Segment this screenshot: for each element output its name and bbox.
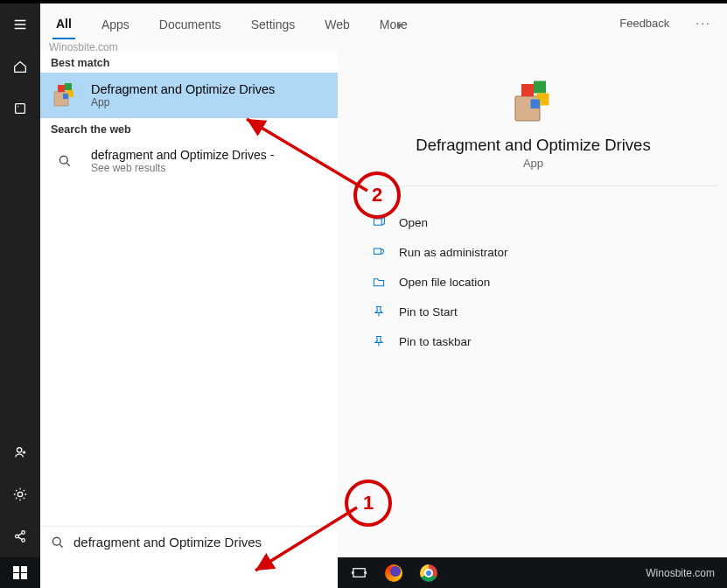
tab-documents[interactable]: Documents bbox=[156, 7, 225, 38]
start-button[interactable] bbox=[0, 557, 40, 588]
svg-rect-0 bbox=[16, 104, 25, 114]
pin-start-icon bbox=[371, 304, 387, 319]
search-panel: All Apps Documents Settings Web More ▼ F… bbox=[40, 4, 727, 557]
svg-point-12 bbox=[59, 156, 67, 164]
action-label: Run as administrator bbox=[399, 246, 508, 259]
svg-point-6 bbox=[22, 539, 25, 542]
svg-rect-8 bbox=[58, 85, 65, 92]
svg-rect-19 bbox=[374, 248, 381, 254]
action-list: Open Run as administrator Open file loca… bbox=[348, 204, 718, 360]
web-result-sub: See web results bbox=[91, 162, 274, 174]
detail-title: Defragment and Optimize Drives bbox=[348, 136, 718, 155]
taskbar: Winosbite.com bbox=[0, 557, 727, 588]
svg-rect-11 bbox=[63, 94, 68, 99]
svg-point-20 bbox=[52, 537, 60, 545]
results-list: Best match Defragment and Optimize Drive… bbox=[40, 52, 338, 557]
detail-sub: App bbox=[348, 157, 718, 170]
start-left-rail bbox=[0, 4, 40, 557]
web-result-title: defragment and Optimize Drives - bbox=[91, 148, 274, 162]
task-view-icon[interactable] bbox=[346, 561, 371, 585]
web-result-item[interactable]: defragment and Optimize Drives - See web… bbox=[40, 139, 338, 183]
search-icon bbox=[51, 536, 65, 550]
best-match-sub: App bbox=[91, 96, 275, 108]
recent-icon[interactable] bbox=[0, 88, 40, 130]
settings-gear-icon[interactable] bbox=[0, 473, 40, 515]
folder-icon bbox=[371, 274, 387, 290]
windows-logo-icon bbox=[13, 566, 27, 580]
tab-settings[interactable]: Settings bbox=[248, 7, 299, 38]
account-icon[interactable] bbox=[0, 431, 40, 473]
tab-apps[interactable]: Apps bbox=[98, 7, 133, 38]
action-open-location[interactable]: Open file location bbox=[360, 267, 706, 297]
search-icon bbox=[51, 154, 79, 168]
taskbar-brand: Winosbite.com bbox=[646, 567, 727, 579]
firefox-icon[interactable] bbox=[381, 561, 406, 585]
feedback-link[interactable]: Feedback bbox=[619, 17, 669, 30]
pin-taskbar-icon bbox=[371, 333, 387, 349]
svg-rect-17 bbox=[530, 100, 540, 109]
tab-all[interactable]: All bbox=[52, 6, 75, 39]
filter-tabs: All Apps Documents Settings Web More ▼ F… bbox=[40, 4, 727, 42]
tab-more[interactable]: More ▼ bbox=[376, 7, 411, 38]
more-options-icon[interactable]: ··· bbox=[692, 16, 715, 30]
open-icon bbox=[371, 214, 387, 230]
svg-rect-18 bbox=[374, 219, 381, 225]
best-match-item[interactable]: Defragment and Optimize Drives App bbox=[40, 73, 338, 118]
watermark: Winosbite.com bbox=[49, 41, 118, 53]
action-pin-taskbar[interactable]: Pin to taskbar bbox=[360, 326, 706, 356]
action-label: Pin to Start bbox=[399, 305, 458, 318]
svg-point-3 bbox=[17, 492, 22, 496]
chrome-icon[interactable] bbox=[416, 561, 441, 585]
action-label: Pin to taskbar bbox=[399, 335, 472, 348]
action-run-admin[interactable]: Run as administrator bbox=[360, 237, 706, 267]
defragment-app-icon bbox=[51, 81, 79, 109]
tab-web[interactable]: Web bbox=[321, 7, 353, 38]
svg-point-4 bbox=[16, 535, 19, 538]
svg-point-2 bbox=[17, 448, 21, 452]
svg-point-1 bbox=[17, 106, 18, 107]
action-label: Open bbox=[399, 216, 428, 229]
chevron-right-icon: 〉 bbox=[314, 153, 325, 169]
chevron-down-icon: ▼ bbox=[395, 21, 404, 31]
svg-rect-21 bbox=[353, 569, 364, 578]
action-open[interactable]: Open bbox=[360, 207, 706, 237]
share-icon[interactable] bbox=[0, 515, 40, 557]
svg-point-5 bbox=[22, 531, 25, 535]
search-input[interactable] bbox=[73, 535, 327, 550]
best-match-label: Best match bbox=[40, 52, 338, 73]
action-label: Open file location bbox=[399, 276, 490, 289]
home-icon[interactable] bbox=[0, 46, 40, 88]
defragment-app-icon-large bbox=[509, 78, 558, 127]
search-bar[interactable] bbox=[40, 526, 338, 557]
svg-rect-15 bbox=[534, 81, 546, 94]
action-pin-start[interactable]: Pin to Start bbox=[360, 297, 706, 326]
best-match-title: Defragment and Optimize Drives bbox=[91, 82, 275, 96]
shield-icon bbox=[371, 244, 387, 260]
detail-pane: Defragment and Optimize Drives App Open … bbox=[338, 52, 727, 557]
divider bbox=[348, 186, 718, 186]
svg-rect-14 bbox=[521, 84, 534, 96]
search-web-label: Search the web bbox=[40, 118, 338, 139]
hamburger-icon[interactable] bbox=[0, 4, 40, 46]
svg-rect-9 bbox=[65, 83, 72, 90]
